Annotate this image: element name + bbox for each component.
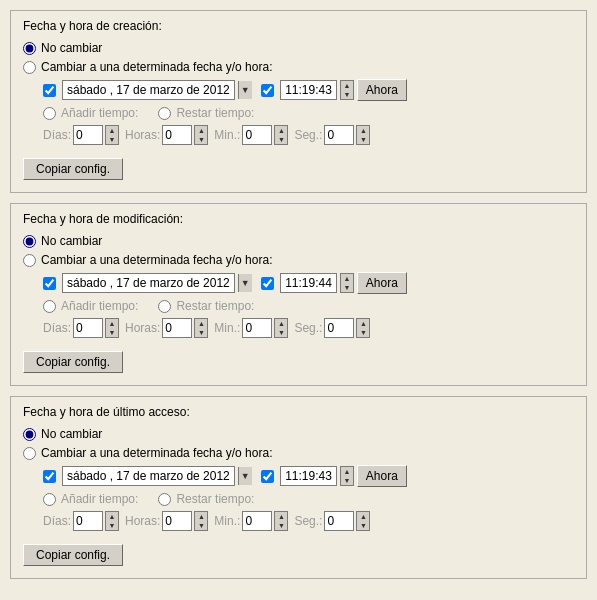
radio-fecha-modification[interactable] [23, 254, 36, 267]
ahora-button-creation[interactable]: Ahora [357, 79, 407, 101]
horas-spinner-down-access[interactable]: ▼ [195, 521, 207, 530]
radio-anadir-modification[interactable] [43, 300, 56, 313]
fields-row-modification: Días: ▲ ▼ Horas: ▲ ▼ Min.: ▲ [43, 318, 574, 338]
seg-spinner-creation[interactable]: ▲ ▼ [356, 125, 370, 145]
seg-input-modification[interactable] [324, 318, 354, 338]
min-input-access[interactable] [242, 511, 272, 531]
horas-spinner-down-creation[interactable]: ▼ [195, 135, 207, 144]
min-spinner-modification[interactable]: ▲ ▼ [274, 318, 288, 338]
seg-spinner-down-access[interactable]: ▼ [357, 521, 369, 530]
horas-spinner-up-creation[interactable]: ▲ [195, 126, 207, 135]
seg-spinner-down-creation[interactable]: ▼ [357, 135, 369, 144]
min-input-modification[interactable] [242, 318, 272, 338]
time-spinner-creation[interactable]: ▲ ▼ [340, 80, 354, 100]
min-spinner-down-creation[interactable]: ▼ [275, 135, 287, 144]
min-spinner-down-access[interactable]: ▼ [275, 521, 287, 530]
time-spinner-up-modification[interactable]: ▲ [341, 274, 353, 283]
min-spinner-down-modification[interactable]: ▼ [275, 328, 287, 337]
time-spinner-up-access[interactable]: ▲ [341, 467, 353, 476]
dias-group-modification: Días: ▲ ▼ [43, 318, 119, 338]
seg-spinner-down-modification[interactable]: ▼ [357, 328, 369, 337]
dias-spinner-modification[interactable]: ▲ ▼ [105, 318, 119, 338]
horas-spinner-access[interactable]: ▲ ▼ [194, 511, 208, 531]
checkbox-time-access[interactable] [261, 470, 274, 483]
seg-input-creation[interactable] [324, 125, 354, 145]
horas-spinner-down-modification[interactable]: ▼ [195, 328, 207, 337]
horas-input-creation[interactable] [162, 125, 192, 145]
dias-spinner-up-creation[interactable]: ▲ [106, 126, 118, 135]
radio-anadir-creation-label: Añadir tiempo: [61, 106, 138, 120]
radio-restar-row-access: Restar tiempo: [158, 492, 254, 506]
seg-spinner-modification[interactable]: ▲ ▼ [356, 318, 370, 338]
time-spinner-access[interactable]: ▲ ▼ [340, 466, 354, 486]
seg-spinner-up-access[interactable]: ▲ [357, 512, 369, 521]
ahora-button-modification[interactable]: Ahora [357, 272, 407, 294]
add-sub-row-access: Añadir tiempo: Restar tiempo: [43, 492, 574, 506]
fields-row-access: Días: ▲ ▼ Horas: ▲ ▼ Min.: ▲ [43, 511, 574, 531]
date-dropdown-arrow-creation[interactable]: ▼ [238, 81, 252, 99]
time-spinner-down-creation[interactable]: ▼ [341, 90, 353, 99]
time-spinner-down-modification[interactable]: ▼ [341, 283, 353, 292]
copiar-button-creation[interactable]: Copiar config. [23, 158, 123, 180]
radio-restar-modification[interactable] [158, 300, 171, 313]
main-container: Fecha y hora de creación: No cambiar Cam… [0, 0, 597, 600]
min-spinner-up-creation[interactable]: ▲ [275, 126, 287, 135]
radio-row-fecha-modification: Cambiar a una determinada fecha y/o hora… [23, 253, 574, 267]
dias-spinner-down-access[interactable]: ▼ [106, 521, 118, 530]
radio-restar-row-modification: Restar tiempo: [158, 299, 254, 313]
min-spinner-up-access[interactable]: ▲ [275, 512, 287, 521]
checkbox-time-modification[interactable] [261, 277, 274, 290]
dias-input-modification[interactable] [73, 318, 103, 338]
seg-input-access[interactable] [324, 511, 354, 531]
dias-spinner-up-modification[interactable]: ▲ [106, 319, 118, 328]
time-spinner-down-access[interactable]: ▼ [341, 476, 353, 485]
radio-fecha-creation[interactable] [23, 61, 36, 74]
checkbox-time-creation[interactable] [261, 84, 274, 97]
radio-restar-access[interactable] [158, 493, 171, 506]
radio-anadir-creation[interactable] [43, 107, 56, 120]
min-input-creation[interactable] [242, 125, 272, 145]
section-creation: Fecha y hora de creación: No cambiar Cam… [10, 10, 587, 193]
add-sub-row-creation: Añadir tiempo: Restar tiempo: [43, 106, 574, 120]
radio-no-cambiar-access[interactable] [23, 428, 36, 441]
copiar-button-modification[interactable]: Copiar config. [23, 351, 123, 373]
min-spinner-up-modification[interactable]: ▲ [275, 319, 287, 328]
radio-anadir-access[interactable] [43, 493, 56, 506]
horas-spinner-creation[interactable]: ▲ ▼ [194, 125, 208, 145]
dias-spinner-creation[interactable]: ▲ ▼ [105, 125, 119, 145]
seg-spinner-up-modification[interactable]: ▲ [357, 319, 369, 328]
horas-spinner-modification[interactable]: ▲ ▼ [194, 318, 208, 338]
min-spinner-access[interactable]: ▲ ▼ [274, 511, 288, 531]
radio-no-cambiar-creation[interactable] [23, 42, 36, 55]
dias-input-creation[interactable] [73, 125, 103, 145]
dias-spinner-down-modification[interactable]: ▼ [106, 328, 118, 337]
horas-spinner-up-modification[interactable]: ▲ [195, 319, 207, 328]
horas-input-access[interactable] [162, 511, 192, 531]
horas-spinner-up-access[interactable]: ▲ [195, 512, 207, 521]
checkbox-date-creation[interactable] [43, 84, 56, 97]
section-modification: Fecha y hora de modificación: No cambiar… [10, 203, 587, 386]
seg-label-creation: Seg.: [294, 128, 322, 142]
checkbox-date-access[interactable] [43, 470, 56, 483]
min-group-creation: Min.: ▲ ▼ [214, 125, 288, 145]
ahora-button-access[interactable]: Ahora [357, 465, 407, 487]
min-spinner-creation[interactable]: ▲ ▼ [274, 125, 288, 145]
date-dropdown-arrow-access[interactable]: ▼ [238, 467, 252, 485]
horas-input-modification[interactable] [162, 318, 192, 338]
checkbox-date-modification[interactable] [43, 277, 56, 290]
dias-spinner-up-access[interactable]: ▲ [106, 512, 118, 521]
seg-spinner-up-creation[interactable]: ▲ [357, 126, 369, 135]
radio-fecha-access[interactable] [23, 447, 36, 460]
radio-no-cambiar-modification[interactable] [23, 235, 36, 248]
fields-row-creation: Días: ▲ ▼ Horas: ▲ ▼ Min.: ▲ [43, 125, 574, 145]
copiar-button-access[interactable]: Copiar config. [23, 544, 123, 566]
time-spinner-up-creation[interactable]: ▲ [341, 81, 353, 90]
dias-spinner-access[interactable]: ▲ ▼ [105, 511, 119, 531]
dias-spinner-down-creation[interactable]: ▼ [106, 135, 118, 144]
seg-spinner-access[interactable]: ▲ ▼ [356, 511, 370, 531]
date-dropdown-arrow-modification[interactable]: ▼ [238, 274, 252, 292]
radio-fecha-access-label: Cambiar a una determinada fecha y/o hora… [41, 446, 272, 460]
dias-input-access[interactable] [73, 511, 103, 531]
radio-restar-creation[interactable] [158, 107, 171, 120]
time-spinner-modification[interactable]: ▲ ▼ [340, 273, 354, 293]
